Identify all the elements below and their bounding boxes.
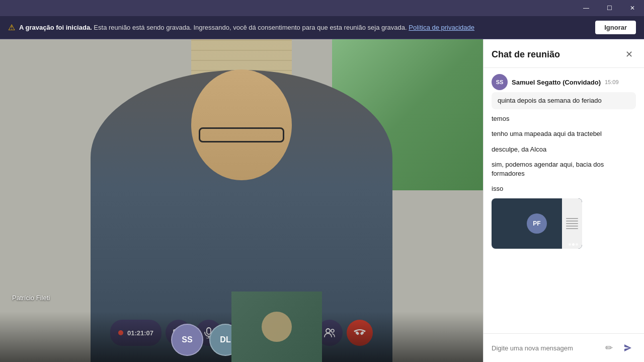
chat-bubble-2: temos: [492, 111, 636, 126]
ignore-button[interactable]: Ignorar: [595, 21, 636, 34]
privacy-policy-link[interactable]: Política de privacidade: [409, 24, 474, 31]
banner-text: A gravação foi iniciada. Esta reunião es…: [19, 24, 587, 31]
chat-input[interactable]: [492, 344, 598, 352]
preview-dot-3: [576, 243, 578, 246]
chat-avatar-ss: SS: [492, 74, 508, 90]
mini-video-avatar: [262, 312, 292, 342]
send-button[interactable]: [620, 340, 636, 356]
banner-bold-text: A gravação foi iniciada.: [19, 24, 92, 31]
video-area: Patrício Fileti 01:21:07: [0, 39, 483, 362]
sidebar-line-1: [566, 218, 578, 219]
send-icon: [623, 343, 632, 352]
warning-icon: ⚠: [8, 23, 15, 32]
mini-video: [231, 292, 322, 362]
chat-header: Chat de reunião ✕: [484, 39, 644, 68]
preview-dot-2: [572, 243, 575, 246]
sidebar-line-4: [566, 226, 578, 227]
chat-close-button[interactable]: ✕: [622, 47, 636, 61]
preview-dots: [569, 243, 578, 246]
preview-dot-1: [569, 243, 571, 246]
recording-banner: ⚠ A gravação foi iniciada. Esta reunião …: [0, 16, 644, 39]
maximize-button[interactable]: ☐: [598, 0, 621, 16]
chat-bubble-3: tenho uma mapeada aqui da tractebel: [492, 126, 636, 141]
video-person-head: [191, 69, 292, 180]
chat-title: Chat de reunião: [492, 49, 560, 60]
chat-bubble-6: isso: [492, 181, 636, 196]
message-header: SS Samuel Segatto (Convidado) 15:09: [492, 74, 636, 90]
chat-panel: Chat de reunião ✕ SS Samuel Segatto (Con…: [483, 39, 644, 362]
emoji-button[interactable]: ✏: [602, 341, 616, 355]
sidebar-line-3: [566, 223, 578, 224]
chat-bubble-4: desculpe, da Alcoa: [492, 142, 636, 157]
message-group-1: SS Samuel Segatto (Convidado) 15:09 quin…: [492, 74, 636, 249]
minimize-button[interactable]: —: [575, 0, 598, 16]
chat-sender: Samuel Segatto (Convidado): [512, 79, 601, 86]
chat-bubble-1: quinta depois da semana do feriado: [492, 92, 636, 109]
preview-avatar: PF: [527, 213, 547, 234]
close-button[interactable]: ✕: [621, 0, 644, 16]
sidebar-line-2: [566, 221, 578, 222]
participant-thumb-ss[interactable]: SS: [171, 324, 203, 356]
mini-video-inner: [231, 292, 322, 362]
chat-time: 15:09: [605, 79, 619, 85]
chat-input-area: ✏: [484, 333, 644, 362]
participant-name: Patrício Fileti: [12, 294, 50, 302]
title-bar-controls: — ☐ ✕: [575, 0, 644, 16]
banner-normal-text: Esta reunião está sendo gravada. Ingress…: [94, 24, 407, 31]
chat-image-preview[interactable]: PF: [492, 198, 582, 249]
video-glasses: [199, 127, 284, 142]
sidebar-line-5: [566, 228, 578, 229]
chat-image-sidebar: [562, 198, 582, 249]
chat-messages: SS Samuel Segatto (Convidado) 15:09 quin…: [484, 68, 644, 333]
title-bar: — ☐ ✕: [0, 0, 644, 16]
chat-bubble-5: sim, podemos agendar aqui, bacia dos for…: [492, 157, 636, 181]
